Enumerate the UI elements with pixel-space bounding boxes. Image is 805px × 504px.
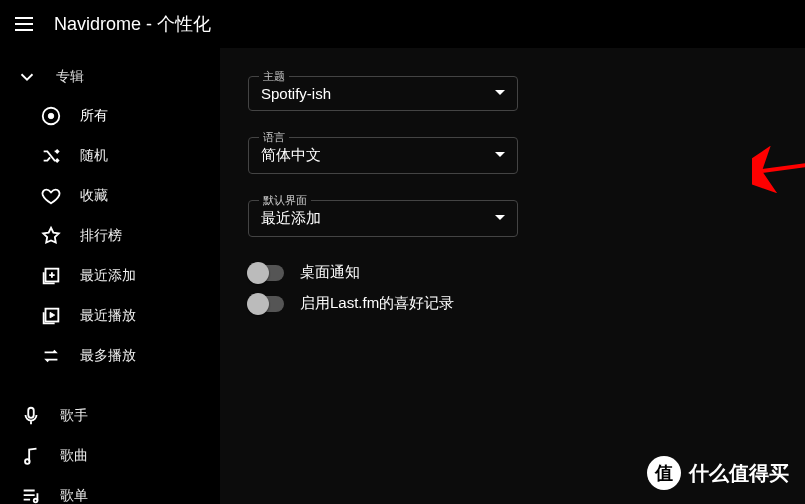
sidebar-item-toprated[interactable]: 排行榜 <box>0 216 220 256</box>
theme-label: 主题 <box>259 69 289 84</box>
svg-rect-4 <box>28 408 34 418</box>
heart-icon <box>40 185 62 207</box>
main-panel: 主题 Spotify-ish 语言 简体中文 默认界面 最近添加 桌面通知 <box>220 48 805 504</box>
sidebar-item-recentlyadded[interactable]: 最近添加 <box>0 256 220 296</box>
menu-toggle-button[interactable] <box>12 12 36 36</box>
music-note-icon <box>20 445 42 467</box>
radio-icon <box>40 105 62 127</box>
sidebar-item-favorites[interactable]: 收藏 <box>0 176 220 216</box>
lastfm-label: 启用Last.fm的喜好记录 <box>300 294 454 313</box>
defaultview-label: 默认界面 <box>259 193 311 208</box>
queue-music-icon <box>20 485 42 504</box>
library-add-icon <box>40 265 62 287</box>
language-field: 语言 简体中文 <box>248 137 518 174</box>
sidebar-group-label: 专辑 <box>56 68 84 86</box>
sidebar-item-shuffle[interactable]: 随机 <box>0 136 220 176</box>
desktop-notifications-label: 桌面通知 <box>300 263 360 282</box>
sidebar-item-label: 歌手 <box>60 407 88 425</box>
sidebar-item-label: 随机 <box>80 147 108 165</box>
svg-point-1 <box>48 113 54 119</box>
defaultview-value: 最近添加 <box>261 209 321 228</box>
sidebar-group-albums[interactable]: 专辑 <box>0 58 220 96</box>
hamburger-icon <box>12 12 36 36</box>
sidebar-item-label: 排行榜 <box>80 227 122 245</box>
watermark: 值 什么值得买 <box>647 456 789 490</box>
theme-value: Spotify-ish <box>261 85 331 102</box>
defaultview-field: 默认界面 最近添加 <box>248 200 518 237</box>
language-select[interactable]: 语言 简体中文 <box>248 137 518 174</box>
sidebar-item-label: 最近添加 <box>80 267 136 285</box>
watermark-text: 什么值得买 <box>689 460 789 487</box>
lastfm-row: 启用Last.fm的喜好记录 <box>248 294 777 313</box>
star-icon <box>40 225 62 247</box>
chevron-down-icon <box>16 66 38 88</box>
repeat-icon <box>40 345 62 367</box>
svg-point-5 <box>25 459 30 464</box>
sidebar-item-label: 收藏 <box>80 187 108 205</box>
desktop-notifications-row: 桌面通知 <box>248 263 777 282</box>
sidebar-item-label: 歌曲 <box>60 447 88 465</box>
sidebar-item-artists[interactable]: 歌手 <box>0 396 220 436</box>
sidebar-item-label: 歌单 <box>60 487 88 504</box>
sidebar-item-label: 最近播放 <box>80 307 136 325</box>
theme-field: 主题 Spotify-ish <box>248 76 518 111</box>
library-play-icon <box>40 305 62 327</box>
desktop-notifications-toggle[interactable] <box>248 265 284 281</box>
shuffle-icon <box>40 145 62 167</box>
mic-icon <box>20 405 42 427</box>
sidebar: 专辑 所有 随机 收藏 排行榜 <box>0 48 220 504</box>
defaultview-select[interactable]: 默认界面 最近添加 <box>248 200 518 237</box>
app-header: Navidrome - 个性化 <box>0 0 805 48</box>
sidebar-item-recentlyplayed[interactable]: 最近播放 <box>0 296 220 336</box>
theme-select[interactable]: 主题 Spotify-ish <box>248 76 518 111</box>
svg-line-7 <box>762 151 805 171</box>
language-label: 语言 <box>259 130 289 145</box>
page-title: Navidrome - 个性化 <box>54 12 211 36</box>
lastfm-toggle[interactable] <box>248 296 284 312</box>
sidebar-item-label: 所有 <box>80 107 108 125</box>
caret-down-icon <box>495 152 505 157</box>
sidebar-item-all[interactable]: 所有 <box>0 96 220 136</box>
watermark-badge: 值 <box>647 456 681 490</box>
language-value: 简体中文 <box>261 146 321 165</box>
sidebar-item-label: 最多播放 <box>80 347 136 365</box>
caret-down-icon <box>495 215 505 220</box>
sidebar-item-playlists[interactable]: 歌单 <box>0 476 220 504</box>
caret-down-icon <box>495 90 505 95</box>
sidebar-item-songs[interactable]: 歌曲 <box>0 436 220 476</box>
sidebar-item-mostplayed[interactable]: 最多播放 <box>0 336 220 376</box>
